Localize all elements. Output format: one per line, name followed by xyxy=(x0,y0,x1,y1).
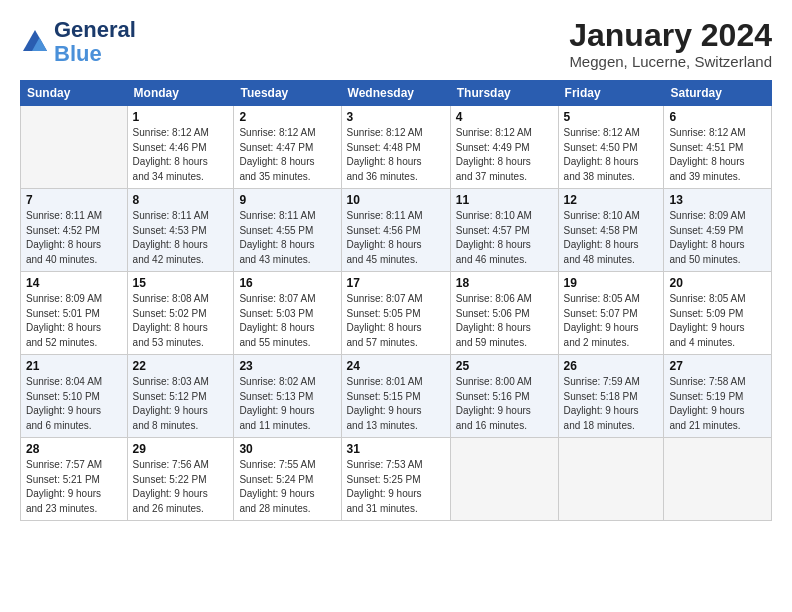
col-header-wednesday: Wednesday xyxy=(341,81,450,106)
header-row: SundayMondayTuesdayWednesdayThursdayFrid… xyxy=(21,81,772,106)
day-number: 29 xyxy=(133,442,229,456)
calendar-cell: 9Sunrise: 8:11 AM Sunset: 4:55 PM Daylig… xyxy=(234,189,341,272)
calendar-cell: 10Sunrise: 8:11 AM Sunset: 4:56 PM Dayli… xyxy=(341,189,450,272)
col-header-monday: Monday xyxy=(127,81,234,106)
calendar-week-row: 7Sunrise: 8:11 AM Sunset: 4:52 PM Daylig… xyxy=(21,189,772,272)
calendar-body: 1Sunrise: 8:12 AM Sunset: 4:46 PM Daylig… xyxy=(21,106,772,521)
day-number: 5 xyxy=(564,110,659,124)
calendar-cell: 16Sunrise: 8:07 AM Sunset: 5:03 PM Dayli… xyxy=(234,272,341,355)
day-info: Sunrise: 8:11 AM Sunset: 4:53 PM Dayligh… xyxy=(133,209,229,267)
day-number: 21 xyxy=(26,359,122,373)
col-header-tuesday: Tuesday xyxy=(234,81,341,106)
logo-icon xyxy=(20,27,50,57)
day-info: Sunrise: 8:05 AM Sunset: 5:09 PM Dayligh… xyxy=(669,292,766,350)
day-number: 16 xyxy=(239,276,335,290)
day-info: Sunrise: 8:12 AM Sunset: 4:48 PM Dayligh… xyxy=(347,126,445,184)
calendar-cell: 7Sunrise: 8:11 AM Sunset: 4:52 PM Daylig… xyxy=(21,189,128,272)
calendar-header: SundayMondayTuesdayWednesdayThursdayFrid… xyxy=(21,81,772,106)
day-number: 8 xyxy=(133,193,229,207)
calendar-cell: 18Sunrise: 8:06 AM Sunset: 5:06 PM Dayli… xyxy=(450,272,558,355)
day-number: 12 xyxy=(564,193,659,207)
col-header-friday: Friday xyxy=(558,81,664,106)
calendar-cell: 19Sunrise: 8:05 AM Sunset: 5:07 PM Dayli… xyxy=(558,272,664,355)
calendar-cell: 17Sunrise: 8:07 AM Sunset: 5:05 PM Dayli… xyxy=(341,272,450,355)
day-number: 7 xyxy=(26,193,122,207)
logo-line2: Blue xyxy=(54,42,136,66)
calendar-cell: 1Sunrise: 8:12 AM Sunset: 4:46 PM Daylig… xyxy=(127,106,234,189)
calendar-cell: 26Sunrise: 7:59 AM Sunset: 5:18 PM Dayli… xyxy=(558,355,664,438)
day-info: Sunrise: 8:04 AM Sunset: 5:10 PM Dayligh… xyxy=(26,375,122,433)
day-info: Sunrise: 8:12 AM Sunset: 4:50 PM Dayligh… xyxy=(564,126,659,184)
day-info: Sunrise: 8:11 AM Sunset: 4:52 PM Dayligh… xyxy=(26,209,122,267)
day-info: Sunrise: 8:11 AM Sunset: 4:55 PM Dayligh… xyxy=(239,209,335,267)
day-info: Sunrise: 8:07 AM Sunset: 5:05 PM Dayligh… xyxy=(347,292,445,350)
day-info: Sunrise: 7:56 AM Sunset: 5:22 PM Dayligh… xyxy=(133,458,229,516)
logo: General Blue xyxy=(20,18,136,66)
day-number: 1 xyxy=(133,110,229,124)
day-info: Sunrise: 8:01 AM Sunset: 5:15 PM Dayligh… xyxy=(347,375,445,433)
calendar-cell: 12Sunrise: 8:10 AM Sunset: 4:58 PM Dayli… xyxy=(558,189,664,272)
day-number: 28 xyxy=(26,442,122,456)
day-number: 14 xyxy=(26,276,122,290)
calendar-cell: 25Sunrise: 8:00 AM Sunset: 5:16 PM Dayli… xyxy=(450,355,558,438)
day-info: Sunrise: 7:53 AM Sunset: 5:25 PM Dayligh… xyxy=(347,458,445,516)
day-info: Sunrise: 7:55 AM Sunset: 5:24 PM Dayligh… xyxy=(239,458,335,516)
day-info: Sunrise: 8:09 AM Sunset: 5:01 PM Dayligh… xyxy=(26,292,122,350)
day-number: 2 xyxy=(239,110,335,124)
day-info: Sunrise: 8:08 AM Sunset: 5:02 PM Dayligh… xyxy=(133,292,229,350)
calendar-title: January 2024 xyxy=(569,18,772,53)
calendar-table: SundayMondayTuesdayWednesdayThursdayFrid… xyxy=(20,80,772,521)
day-number: 17 xyxy=(347,276,445,290)
day-info: Sunrise: 8:00 AM Sunset: 5:16 PM Dayligh… xyxy=(456,375,553,433)
day-info: Sunrise: 8:12 AM Sunset: 4:51 PM Dayligh… xyxy=(669,126,766,184)
calendar-cell: 29Sunrise: 7:56 AM Sunset: 5:22 PM Dayli… xyxy=(127,438,234,521)
day-number: 26 xyxy=(564,359,659,373)
calendar-cell: 30Sunrise: 7:55 AM Sunset: 5:24 PM Dayli… xyxy=(234,438,341,521)
logo-line1: General xyxy=(54,18,136,42)
day-info: Sunrise: 8:02 AM Sunset: 5:13 PM Dayligh… xyxy=(239,375,335,433)
calendar-cell: 6Sunrise: 8:12 AM Sunset: 4:51 PM Daylig… xyxy=(664,106,772,189)
day-number: 10 xyxy=(347,193,445,207)
day-info: Sunrise: 7:57 AM Sunset: 5:21 PM Dayligh… xyxy=(26,458,122,516)
day-info: Sunrise: 8:06 AM Sunset: 5:06 PM Dayligh… xyxy=(456,292,553,350)
col-header-saturday: Saturday xyxy=(664,81,772,106)
calendar-cell xyxy=(450,438,558,521)
day-info: Sunrise: 8:03 AM Sunset: 5:12 PM Dayligh… xyxy=(133,375,229,433)
day-info: Sunrise: 8:12 AM Sunset: 4:47 PM Dayligh… xyxy=(239,126,335,184)
day-info: Sunrise: 8:12 AM Sunset: 4:49 PM Dayligh… xyxy=(456,126,553,184)
day-number: 22 xyxy=(133,359,229,373)
calendar-cell: 15Sunrise: 8:08 AM Sunset: 5:02 PM Dayli… xyxy=(127,272,234,355)
day-info: Sunrise: 7:59 AM Sunset: 5:18 PM Dayligh… xyxy=(564,375,659,433)
calendar-cell: 27Sunrise: 7:58 AM Sunset: 5:19 PM Dayli… xyxy=(664,355,772,438)
calendar-cell: 4Sunrise: 8:12 AM Sunset: 4:49 PM Daylig… xyxy=(450,106,558,189)
calendar-cell: 24Sunrise: 8:01 AM Sunset: 5:15 PM Dayli… xyxy=(341,355,450,438)
day-number: 20 xyxy=(669,276,766,290)
day-info: Sunrise: 7:58 AM Sunset: 5:19 PM Dayligh… xyxy=(669,375,766,433)
calendar-cell: 14Sunrise: 8:09 AM Sunset: 5:01 PM Dayli… xyxy=(21,272,128,355)
day-number: 4 xyxy=(456,110,553,124)
day-number: 31 xyxy=(347,442,445,456)
day-info: Sunrise: 8:07 AM Sunset: 5:03 PM Dayligh… xyxy=(239,292,335,350)
calendar-cell: 28Sunrise: 7:57 AM Sunset: 5:21 PM Dayli… xyxy=(21,438,128,521)
day-info: Sunrise: 8:11 AM Sunset: 4:56 PM Dayligh… xyxy=(347,209,445,267)
day-info: Sunrise: 8:05 AM Sunset: 5:07 PM Dayligh… xyxy=(564,292,659,350)
day-number: 19 xyxy=(564,276,659,290)
day-info: Sunrise: 8:09 AM Sunset: 4:59 PM Dayligh… xyxy=(669,209,766,267)
calendar-cell: 13Sunrise: 8:09 AM Sunset: 4:59 PM Dayli… xyxy=(664,189,772,272)
calendar-cell: 5Sunrise: 8:12 AM Sunset: 4:50 PM Daylig… xyxy=(558,106,664,189)
calendar-cell xyxy=(21,106,128,189)
day-number: 23 xyxy=(239,359,335,373)
calendar-subtitle: Meggen, Lucerne, Switzerland xyxy=(569,53,772,70)
day-info: Sunrise: 8:10 AM Sunset: 4:57 PM Dayligh… xyxy=(456,209,553,267)
calendar-cell: 20Sunrise: 8:05 AM Sunset: 5:09 PM Dayli… xyxy=(664,272,772,355)
calendar-week-row: 28Sunrise: 7:57 AM Sunset: 5:21 PM Dayli… xyxy=(21,438,772,521)
col-header-thursday: Thursday xyxy=(450,81,558,106)
day-number: 30 xyxy=(239,442,335,456)
col-header-sunday: Sunday xyxy=(21,81,128,106)
day-number: 13 xyxy=(669,193,766,207)
day-number: 18 xyxy=(456,276,553,290)
calendar-week-row: 14Sunrise: 8:09 AM Sunset: 5:01 PM Dayli… xyxy=(21,272,772,355)
calendar-cell: 2Sunrise: 8:12 AM Sunset: 4:47 PM Daylig… xyxy=(234,106,341,189)
day-info: Sunrise: 8:12 AM Sunset: 4:46 PM Dayligh… xyxy=(133,126,229,184)
title-block: January 2024 Meggen, Lucerne, Switzerlan… xyxy=(569,18,772,70)
